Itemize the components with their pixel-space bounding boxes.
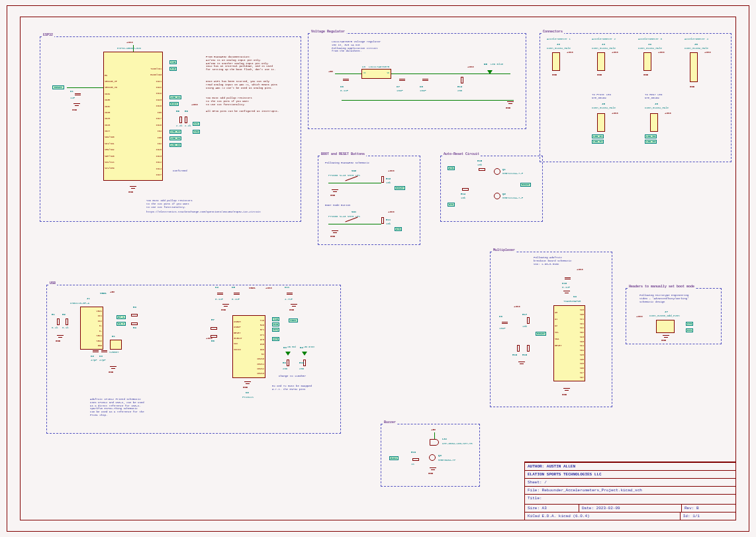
pin: SC2 [580, 326, 584, 329]
d1-part: SV5B8T [109, 351, 118, 354]
q1-ref: Q1 [502, 168, 506, 171]
block-buzzer: Buzzer +5V LS1 CMT-8504-100-SMT-TR Q3 MM… [381, 424, 480, 487]
pin: IO32 [105, 105, 117, 108]
conn-j8 [650, 113, 658, 132]
r6-val: 2.2k [185, 124, 191, 127]
esp32-note4: All GPIO pins can be configured as inter… [206, 110, 279, 113]
c9-val: 10uF [499, 327, 506, 330]
sw1-gnd [332, 230, 338, 234]
net-ledr2: LED_R2 [169, 136, 181, 140]
c10 [567, 275, 569, 281]
j4-gnd: GND [643, 73, 648, 76]
vbus-label: VBUS [100, 292, 107, 295]
pin: SC5 [580, 354, 584, 356]
esp32-note6: You must add pullup resistors to the I2C… [146, 199, 193, 209]
c3-val: 47pF [99, 359, 106, 362]
d4-ref: D4 [300, 346, 303, 349]
r56-3v3: +3V3 [191, 103, 198, 106]
c10-ref: C10 [562, 282, 567, 285]
r16 [517, 345, 520, 352]
vreg-5v: +5V [328, 70, 333, 73]
pin: SD6 [580, 367, 584, 369]
r10-val: 250 [299, 367, 304, 370]
dps-label: DP_S [117, 315, 126, 319]
j5-ref: J5 [602, 103, 605, 105]
d4-val: LED Green [304, 346, 314, 348]
block-buttons: BOOT and RESET Buttons Following HUZZAH3… [318, 156, 420, 245]
pin: IO4 [150, 130, 162, 132]
pin: SC3 [580, 336, 584, 338]
sw2-gnd-label: GND [330, 194, 335, 197]
block-headers: Headers to manually set boot mode Follow… [626, 288, 722, 344]
mux-reset: RESET [536, 332, 546, 336]
ls1-symbol [430, 439, 439, 446]
pin: CBUS0 [257, 358, 264, 360]
c45-gnd-l: GND [221, 309, 226, 311]
net-ledg1: LED_G1 [169, 95, 181, 99]
pin: USBDM [234, 320, 242, 323]
u2-gnd-l: GND [243, 386, 248, 389]
pin: CTS [257, 334, 264, 336]
j7-part: Conn_02x03_Odd_Even [649, 315, 680, 317]
pin: SD0 [580, 313, 584, 316]
u2-3v3: +3V3 [265, 287, 272, 289]
vreg-note: LD1117ADT33TR voltage regulator 15V in, … [332, 40, 381, 53]
accel2-label: Accelerometer 2 [592, 38, 616, 40]
mux-3v3-l: +3V3 [514, 305, 520, 308]
u2-ref: U2 [246, 391, 249, 394]
pin: IO25 [105, 117, 117, 120]
q3 [429, 454, 436, 461]
r13 [461, 77, 463, 83]
pin: SHD/SD2 [105, 148, 117, 151]
esp32-note2: Once WiFi has been started, you can only… [206, 80, 277, 89]
u3-ref: U3 [362, 66, 365, 68]
sw1-3v3: +3V3 [388, 211, 395, 213]
esp32-note5: Confirmed [173, 170, 187, 173]
tb-company: ELATION SPORTS TECHNOLOGIES LLC [525, 471, 735, 478]
j5-3v3: +3V3 [612, 112, 618, 115]
pin: SD3 [580, 340, 584, 343]
chip-u2: USBDM USBDP RESET 3V3OUT VCC VCCIO TXD R… [232, 315, 265, 378]
r11 [381, 217, 384, 224]
pin: VCCIO [234, 348, 242, 351]
j2-ref: J2 [557, 43, 560, 46]
q3-part: MMBT3904-TP [438, 459, 455, 462]
conn-j7 [656, 320, 675, 333]
tb-file: File: Rebounder_Accelerometers_Project.k… [525, 487, 735, 494]
net-buzz: BUZZ [169, 102, 179, 106]
c9 [504, 320, 506, 325]
pin: D- [97, 330, 102, 332]
tb-sheet: Sheet: / [525, 479, 735, 486]
c3-ref: C3 [99, 355, 103, 358]
pin: RESET [555, 344, 562, 347]
bz-gnd-l: GND [428, 472, 433, 475]
r13-ref: R13 [457, 85, 462, 88]
r5-val: 2.2k [176, 124, 183, 127]
ls1-ref: LS1 [442, 438, 447, 440]
pin: IO19 [150, 92, 162, 95]
pin: SC0 [580, 309, 584, 311]
block-autoreset: Auto-Reset Circuit DTR R14 10k R15 10k R… [440, 156, 543, 222]
pin: SDI/SD1 [105, 142, 117, 145]
c10-val: 0.1uF [562, 286, 570, 289]
pin: RESET [234, 332, 242, 334]
c8 [424, 77, 426, 82]
j6-gnd: GND [690, 85, 694, 88]
j3-gnd: GND [597, 73, 602, 76]
pin: SDO/SD0 [105, 136, 117, 138]
title-block: AUTHOR: AUSTIN ALLEN ELATION SPORTS TECH… [524, 462, 736, 520]
d4 [302, 352, 307, 356]
r12-gnd [57, 335, 64, 339]
c4 [219, 291, 221, 296]
usb-note1: Adafruit CP2012 Friend schematic uses CP… [90, 398, 144, 417]
sw1-gnd-label: GND [330, 235, 335, 238]
h-3v3: +3V3 [636, 315, 643, 318]
c5-val: 0.1uF [232, 298, 240, 301]
j1-part: USB4110-GF-A [70, 302, 89, 305]
bz-5v: +5V [431, 428, 436, 431]
usb-gnd1 [110, 366, 117, 370]
sw2-net: RESET [395, 186, 405, 190]
pin: SCS/CMD [105, 167, 117, 170]
pin: IO23 [150, 99, 162, 101]
pin: A1 [555, 318, 562, 320]
